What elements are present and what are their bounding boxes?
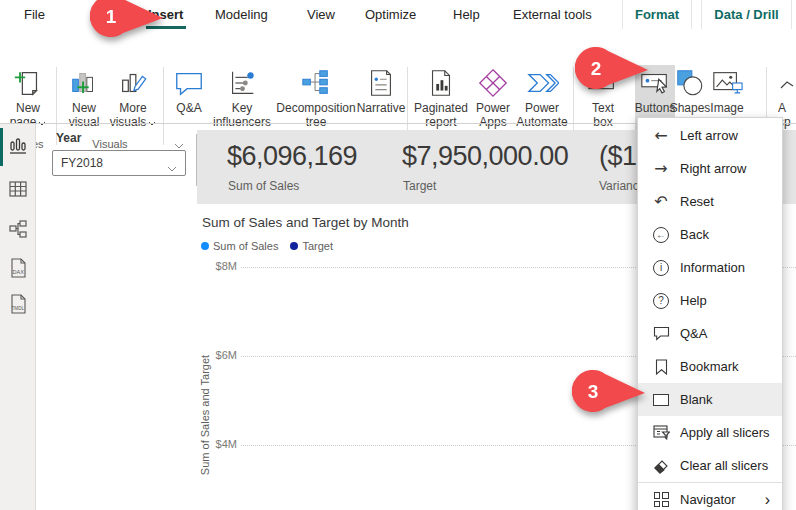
- new-page-icon: [12, 65, 44, 101]
- more-visuals-label2: visuals: [110, 115, 157, 129]
- decomposition-tree-label: Decomposition: [276, 101, 355, 115]
- chevron-down-icon: [148, 115, 156, 129]
- paginated-report-label2: report: [425, 115, 456, 129]
- y-tick-8m: $8M: [203, 260, 237, 272]
- callout-pin-1: 1: [90, 0, 164, 41]
- kpi-sales-value: $6,096,169: [227, 141, 357, 172]
- tab-help[interactable]: Help: [453, 7, 480, 22]
- submenu-chevron-icon: ›: [765, 491, 770, 509]
- tab-view[interactable]: View: [307, 7, 335, 22]
- power-apps-label2: Apps: [479, 115, 506, 129]
- blank-rect-icon: [651, 394, 671, 406]
- tmdl-view-button[interactable]: TMDL: [7, 291, 29, 317]
- paginated-report-icon: [425, 65, 457, 101]
- menu-item-bookmark[interactable]: Bookmark: [638, 350, 782, 383]
- shapes-icon: [674, 65, 706, 101]
- legend-dot-navy: [290, 242, 298, 250]
- key-influencers-label: Key: [232, 101, 253, 115]
- new-visual-label2: visual: [69, 115, 100, 129]
- kpi-variance-value: ($1: [599, 141, 637, 172]
- more-visuals-icon: [117, 65, 149, 101]
- kpi-target-value: $7,950,000.00: [402, 141, 568, 172]
- menu-item-help[interactable]: ? Help: [638, 284, 782, 317]
- year-slicer-dropdown[interactable]: FY2018: [52, 150, 186, 176]
- menu-item-left-arrow[interactable]: ← Left arrow: [638, 119, 782, 152]
- legend-dot-blue: [201, 242, 209, 250]
- tab-format[interactable]: Format: [622, 0, 692, 29]
- power-automate-icon: [525, 65, 559, 101]
- more-visuals-button[interactable]: More visuals: [108, 65, 158, 142]
- kpi-left-edge: [196, 134, 197, 186]
- powerbi-window: File Insert Modeling View Optimize Help …: [0, 0, 796, 510]
- buttons-dropdown-menu: ← Left arrow → Right arrow ↶ Reset ← Bac…: [637, 117, 783, 510]
- menu-item-qa[interactable]: Q&A: [638, 317, 782, 350]
- right-arrow-icon: →: [651, 159, 671, 178]
- report-view-button[interactable]: [7, 132, 29, 158]
- tab-optimize[interactable]: Optimize: [365, 7, 416, 22]
- svg-text:DAX: DAX: [13, 269, 25, 275]
- callout-pin-3: 3: [572, 366, 646, 416]
- kpi-target-label: Target: [403, 179, 436, 193]
- left-arrow-icon: ←: [651, 126, 671, 145]
- navigator-icon: [651, 492, 671, 507]
- shapes-label: Shapes: [670, 101, 711, 115]
- bookmark-icon: [651, 359, 671, 375]
- menu-item-information[interactable]: i Information: [638, 251, 782, 284]
- new-visual-label: New: [72, 101, 96, 115]
- menu-item-right-arrow[interactable]: → Right arrow: [638, 152, 782, 185]
- menu-item-navigator[interactable]: Navigator ›: [638, 483, 782, 510]
- menu-item-reset[interactable]: ↶ Reset: [638, 185, 782, 218]
- tmdl-view-icon: TMDL: [7, 293, 29, 315]
- group-divider: [163, 67, 164, 145]
- add-sparkline-label: A: [778, 101, 786, 115]
- new-visual-icon: [68, 65, 100, 101]
- menu-item-back[interactable]: ← Back: [638, 218, 782, 251]
- decomposition-tree-icon: [300, 65, 332, 101]
- power-apps-label: Power: [476, 101, 510, 115]
- legend-item-sum-of-sales: Sum of Sales: [201, 240, 278, 252]
- svg-text:1: 1: [106, 6, 117, 27]
- dax-query-view-icon: DAX: [7, 257, 29, 279]
- power-automate-label2: Automate: [516, 115, 567, 129]
- tab-data-drill[interactable]: Data / Drill: [701, 0, 792, 29]
- narrative-icon: [365, 65, 397, 101]
- key-influencers-label2: influencers: [213, 115, 271, 129]
- add-sparkline-icon: [778, 65, 796, 101]
- decomposition-tree-label2: tree: [306, 115, 327, 129]
- narrative-label: Narrative: [357, 101, 406, 115]
- menu-item-clear-all-slicers[interactable]: Clear all slicers: [638, 449, 782, 482]
- apply-all-slicers-icon: [651, 425, 671, 441]
- key-influencers-icon: [226, 65, 258, 101]
- chevron-down-icon: [38, 115, 46, 129]
- tab-external-tools[interactable]: External tools: [513, 7, 592, 22]
- qa-icon: [173, 65, 205, 101]
- clear-all-slicers-icon: [651, 458, 671, 474]
- tab-file[interactable]: File: [24, 7, 45, 22]
- dax-query-view-button[interactable]: DAX: [7, 255, 29, 281]
- qa-bubble-icon: [651, 326, 671, 341]
- table-view-button[interactable]: [7, 176, 29, 202]
- kpi-sales-label: Sum of Sales: [228, 179, 299, 193]
- chart-title: Sum of Sales and Target by Month: [202, 215, 409, 230]
- chart-legend: Sum of Sales Target: [201, 240, 333, 252]
- table-view-icon: [7, 178, 29, 200]
- legend-item-target: Target: [290, 240, 333, 252]
- new-page-label: New: [16, 101, 40, 115]
- information-icon: i: [651, 260, 671, 276]
- kpi-variance-label: Varianc: [599, 179, 639, 193]
- svg-text:2: 2: [591, 58, 602, 79]
- active-view-indicator: [0, 128, 3, 166]
- tab-modeling[interactable]: Modeling: [215, 7, 268, 22]
- qa-label: Q&A: [176, 101, 201, 115]
- text-box-label: Text: [592, 101, 614, 115]
- power-automate-label: Power: [525, 101, 559, 115]
- menu-item-blank[interactable]: Blank: [638, 383, 782, 416]
- menu-item-apply-all-slicers[interactable]: Apply all slicers: [638, 416, 782, 449]
- callout-pin-2: 2: [575, 43, 649, 93]
- y-axis-title: Sum of Sales and Target: [199, 322, 211, 508]
- reset-icon: ↶: [651, 192, 671, 211]
- help-icon: ?: [651, 293, 671, 309]
- chevron-down-icon: [167, 161, 177, 175]
- model-view-button[interactable]: [7, 216, 29, 242]
- report-view-icon: [7, 134, 29, 156]
